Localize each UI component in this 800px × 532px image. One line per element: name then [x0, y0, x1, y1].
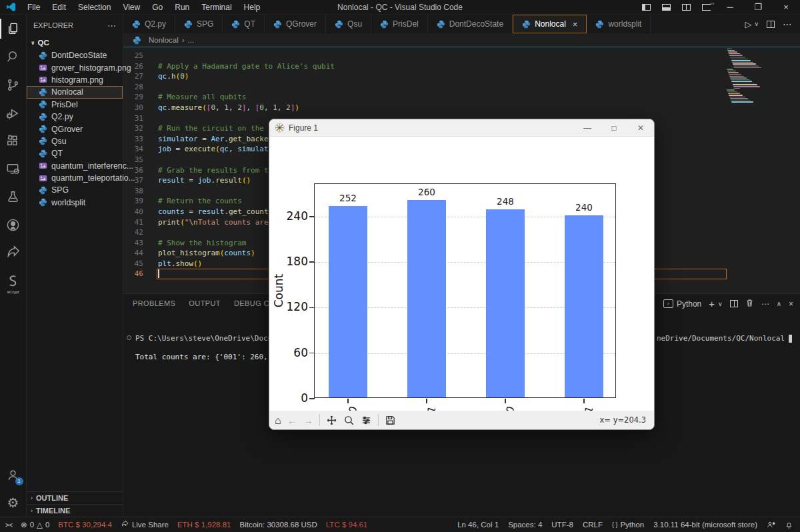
tab-dontdecostate[interactable]: DontDecoState [428, 15, 513, 33]
tab-worldsplit[interactable]: worldsplit [587, 15, 651, 33]
extensions-icon[interactable] [0, 127, 27, 155]
command-decoration-icon[interactable] [127, 335, 131, 340]
terminal-dropdown-icon[interactable]: ∨ [718, 301, 723, 307]
menu-item-go[interactable]: Go [146, 0, 169, 15]
file-item-grover-histogram-png[interactable]: grover_histogram.png [27, 61, 123, 73]
timeline-section[interactable]: › TIMELINE [27, 504, 123, 517]
file-item-quantum-teleportatio-[interactable]: quantum_teleportatio... [27, 172, 123, 184]
scrypt-icon[interactable]: sCrypt [0, 267, 27, 295]
source-control-icon[interactable] [0, 71, 27, 99]
code-line-28[interactable]: 28 [123, 82, 800, 93]
outline-section[interactable]: › OUTLINE [27, 491, 123, 504]
subplots-icon[interactable] [361, 415, 372, 426]
run-python-file-icon[interactable]: ▷ [745, 19, 751, 29]
run-dropdown-icon[interactable]: ∨ [754, 21, 759, 27]
breadcrumb-more[interactable]: ... [188, 36, 195, 44]
close-tab-icon[interactable]: × [573, 19, 578, 29]
file-item-prisdel[interactable]: PrisDel [27, 99, 123, 111]
kill-terminal-icon[interactable] [745, 299, 754, 309]
tab-spg[interactable]: SPG [175, 15, 223, 33]
restore-button[interactable]: ❐ [744, 0, 772, 15]
menu-item-terminal[interactable]: Terminal [195, 0, 237, 15]
live-share-status[interactable]: Live Share [121, 520, 169, 530]
python-interpreter[interactable]: 3.10.11 64-bit (microsoft store) [653, 521, 757, 529]
zoom-icon[interactable] [343, 415, 355, 426]
testing-beaker-icon[interactable] [0, 183, 27, 211]
file-item-spg[interactable]: SPG [27, 184, 123, 196]
editor-more-icon[interactable]: ⋯ [783, 19, 792, 29]
feedback-icon[interactable] [767, 521, 775, 529]
ltc-ticker[interactable]: LTC $ 94.61 [326, 521, 367, 529]
file-item-histogram-png[interactable]: histogram.png [27, 74, 123, 86]
panel-tab-output[interactable]: OUTPUT [189, 299, 221, 307]
toggle-secondary-sidebar-icon[interactable] [676, 0, 696, 15]
split-editor-icon[interactable] [767, 21, 775, 28]
problems-status[interactable]: ⊗0 △0 [21, 520, 49, 529]
encoding[interactable]: UTF-8 [551, 521, 573, 529]
accounts-icon[interactable]: 1 [0, 461, 27, 489]
tab-nonlocal[interactable]: Nonlocal× [513, 15, 587, 33]
eol-sequence[interactable]: CRLF [583, 521, 603, 529]
bitcoin-ticker[interactable]: Bitcoin: 30308.68 USD [239, 521, 317, 529]
settings-gear-icon[interactable]: ⚙ [0, 489, 27, 517]
indentation[interactable]: Spaces: 4 [508, 521, 542, 529]
code-line-29[interactable]: 29# Measure all qubits [123, 92, 800, 103]
close-panel-icon[interactable]: × [789, 299, 793, 309]
file-item-q2-py[interactable]: Q2.py [27, 111, 123, 123]
pan-icon[interactable] [326, 415, 337, 426]
live-share-icon[interactable] [0, 239, 27, 267]
language-mode[interactable]: { } Python [612, 521, 644, 529]
file-item-worldsplit[interactable]: worldsplit [27, 197, 123, 209]
folder-root[interactable]: ∨ QC [27, 36, 123, 49]
tab-q2-py[interactable]: Q2.py [123, 15, 175, 33]
explorer-more-icon[interactable]: ⋯ [107, 21, 116, 31]
tab-qt[interactable]: QT [223, 15, 265, 33]
code-line-30[interactable]: 30qc.measure([0, 1, 2], [0, 1, 2]) [123, 103, 800, 113]
tab-qsu[interactable]: Qsu [326, 15, 371, 33]
figure-canvas[interactable]: Count 0601201802402520002600012480102400… [269, 137, 654, 411]
github-icon[interactable] [0, 211, 27, 239]
search-icon[interactable] [0, 43, 27, 71]
panel-tab-problems[interactable]: PROBLEMS [133, 299, 175, 307]
notifications-bell-icon[interactable] [785, 521, 793, 529]
remote-indicator[interactable]: >< [5, 521, 12, 529]
code-line-27[interactable]: 27qc.h(0) [123, 71, 800, 82]
toggle-panel-icon[interactable] [656, 0, 676, 15]
new-terminal-icon[interactable]: + [709, 298, 715, 309]
home-icon[interactable]: ⌂ [275, 415, 281, 426]
minimize-button[interactable]: ─ [716, 0, 744, 15]
menu-item-selection[interactable]: Selection [72, 0, 117, 15]
tab-prisdel[interactable]: PrisDel [371, 15, 428, 33]
figure-title-bar[interactable]: Figure 1 — □ ✕ [269, 119, 654, 137]
toggle-sidebar-icon[interactable] [636, 0, 656, 15]
minimap[interactable] [727, 48, 760, 111]
customize-layout-icon[interactable] [696, 0, 716, 15]
figure-window[interactable]: Figure 1 — □ ✕ Count 0601201802402520002… [269, 119, 655, 430]
figure-close-button[interactable]: ✕ [627, 123, 654, 133]
forward-icon[interactable]: → [303, 415, 313, 426]
file-item-quantum-interferenc-[interactable]: quantum_interferenc... [27, 160, 123, 172]
code-line-26[interactable]: 26# Apply a Hadamard gate to Alice's qub… [123, 61, 800, 72]
close-button[interactable]: × [772, 0, 800, 15]
maximize-panel-icon[interactable]: ∧ [777, 300, 781, 307]
explorer-icon[interactable] [0, 15, 27, 43]
file-item-qt[interactable]: QT [27, 147, 123, 159]
menu-item-help[interactable]: Help [238, 0, 267, 15]
terminal-shell-selector[interactable]: › Python [663, 299, 701, 309]
menu-item-edit[interactable]: Edit [46, 0, 72, 15]
code-line-25[interactable]: 25 [123, 51, 800, 61]
figure-minimize-button[interactable]: — [574, 123, 601, 133]
breadcrumb[interactable]: Nonlocal › ... [123, 33, 800, 47]
save-icon[interactable] [385, 415, 396, 426]
figure-maximize-button[interactable]: □ [601, 123, 627, 133]
file-item-dontdecostate[interactable]: DontDecoState [27, 49, 123, 61]
cursor-position[interactable]: Ln 46, Col 1 [457, 521, 499, 529]
run-debug-icon[interactable] [0, 99, 27, 127]
breadcrumb-file[interactable]: Nonlocal [149, 36, 179, 44]
file-item-qgrover[interactable]: QGrover [27, 123, 123, 135]
menu-item-file[interactable]: File [21, 0, 46, 15]
tab-qgrover[interactable]: QGrover [265, 15, 326, 33]
btc-ticker[interactable]: BTC $ 30,294.4 [58, 521, 112, 529]
eth-ticker[interactable]: ETH $ 1,928.81 [177, 521, 231, 529]
menu-item-run[interactable]: Run [169, 0, 195, 15]
